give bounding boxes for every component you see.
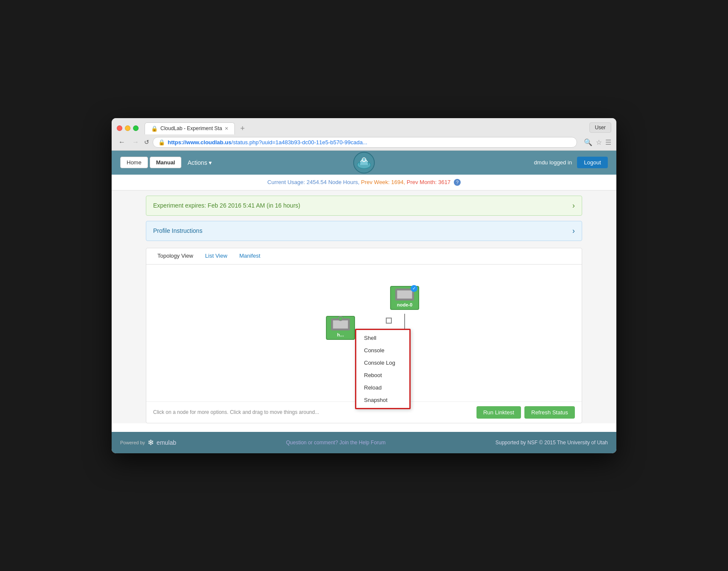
powered-by-text: Powered by bbox=[120, 440, 145, 445]
url-domain: https://www.cloudlab.us/status.php?uuid=… bbox=[168, 139, 367, 146]
new-tab-button[interactable]: + bbox=[237, 123, 249, 134]
emulab-text: emulab bbox=[157, 439, 176, 446]
url-bar[interactable]: 🔒 https://www.cloudlab.us/status.php?uui… bbox=[153, 137, 577, 148]
app-logo bbox=[353, 152, 375, 174]
actions-menu-button[interactable]: Actions ▾ bbox=[183, 157, 216, 168]
user-status: dmdu logged in bbox=[534, 159, 572, 166]
node-1-icon bbox=[331, 318, 350, 330]
nav-links: Home Manual Actions ▾ bbox=[120, 157, 216, 168]
main-content: Current Usage: 2454.54 Node Hours, Prev … bbox=[112, 175, 616, 423]
address-bar: ← → ↺ 🔒 https://www.cloudlab.us/status.p… bbox=[112, 134, 616, 151]
snowflake-icon: ❄ bbox=[148, 438, 154, 447]
node-0-label: node-0 bbox=[397, 302, 412, 307]
node-0-icon: ✓ bbox=[395, 288, 414, 300]
traffic-lights bbox=[117, 125, 139, 131]
prev-month-text: Prev Month: 3617 bbox=[407, 179, 451, 185]
context-menu-reboot[interactable]: Reboot bbox=[356, 369, 409, 381]
title-bar: 🔒 CloudLab - Experiment Sta ✕ + User bbox=[112, 118, 616, 134]
profile-instructions-text: Profile Instructions bbox=[153, 227, 202, 234]
tab-bar: 🔒 CloudLab - Experiment Sta ✕ + bbox=[145, 122, 586, 134]
node-1-label: h... bbox=[337, 332, 344, 337]
tab-title: CloudLab - Experiment Sta bbox=[160, 125, 222, 131]
tab-list-view[interactable]: List View bbox=[199, 248, 234, 264]
info-icon[interactable]: ? bbox=[454, 179, 461, 186]
page-footer: Powered by ❄ emulab Question or comment?… bbox=[112, 432, 616, 453]
context-menu-shell[interactable]: Shell bbox=[356, 332, 409, 344]
node-1-circle-icon bbox=[338, 316, 343, 321]
close-button[interactable] bbox=[117, 125, 122, 131]
menu-icon[interactable]: ☰ bbox=[605, 138, 611, 146]
tab-manifest[interactable]: Manifest bbox=[233, 248, 266, 264]
node-1[interactable]: h... bbox=[326, 316, 355, 340]
maximize-button[interactable] bbox=[133, 125, 139, 131]
bookmark-icon[interactable]: ☆ bbox=[596, 138, 602, 146]
node-0-screen bbox=[397, 290, 412, 299]
minimize-button[interactable] bbox=[125, 125, 130, 131]
context-menu-snapshot[interactable]: Snapshot bbox=[356, 394, 409, 406]
user-button[interactable]: User bbox=[589, 122, 611, 133]
expiry-text: Experiment expires: Feb 26 2016 5:41 AM … bbox=[153, 202, 300, 209]
reload-button[interactable]: ↺ bbox=[144, 139, 149, 146]
url-icons: 🔍 ☆ ☰ bbox=[584, 138, 611, 146]
prev-week-text: Prev Week: 1694, bbox=[361, 179, 405, 185]
node-container: ✓ node-0 bbox=[155, 273, 573, 393]
manual-button[interactable]: Manual bbox=[150, 157, 182, 168]
logout-button[interactable]: Logout bbox=[577, 157, 608, 168]
topology-tabs: Topology View List View Manifest bbox=[146, 248, 582, 265]
usage-bar: Current Usage: 2454.54 Node Hours, Prev … bbox=[112, 175, 616, 190]
expiry-banner[interactable]: Experiment expires: Feb 26 2016 5:41 AM … bbox=[146, 196, 582, 216]
context-menu: Shell Console Console Log Reboot Reload … bbox=[355, 329, 411, 409]
nav-right: dmdu logged in Logout bbox=[534, 157, 608, 168]
node-1-screen bbox=[333, 320, 348, 329]
topology-body: ✓ node-0 bbox=[146, 265, 582, 401]
help-forum-link[interactable]: Question or comment? Join the Help Forum bbox=[286, 440, 386, 446]
footer-buttons: Run Linktest Refresh Status bbox=[476, 406, 575, 419]
profile-banner[interactable]: Profile Instructions › bbox=[146, 221, 582, 241]
copyright-text: Supported by NSF © 2015 The University o… bbox=[495, 440, 608, 446]
context-menu-console[interactable]: Console bbox=[356, 344, 409, 357]
connector-square bbox=[386, 318, 392, 324]
tab-close-icon[interactable]: ✕ bbox=[225, 126, 228, 131]
actions-caret-icon: ▾ bbox=[209, 159, 212, 166]
node-0[interactable]: ✓ node-0 bbox=[390, 286, 419, 310]
app-nav: Home Manual Actions ▾ dmdu logged in Log… bbox=[112, 151, 616, 175]
tab-lock-icon: 🔒 bbox=[151, 125, 158, 132]
secure-icon: 🔒 bbox=[158, 139, 165, 146]
emulab-logo: Powered by ❄ emulab bbox=[120, 438, 176, 447]
home-button[interactable]: Home bbox=[120, 157, 148, 168]
back-button[interactable]: ← bbox=[117, 137, 127, 147]
browser-window: 🔒 CloudLab - Experiment Sta ✕ + User ← →… bbox=[112, 118, 616, 453]
usage-text: Current Usage: 2454.54 Node Hours, bbox=[267, 179, 359, 185]
refresh-status-button[interactable]: Refresh Status bbox=[524, 406, 575, 419]
topology-card: Topology View List View Manifest ✓ node-… bbox=[146, 248, 582, 423]
topology-hint: Click on a node for more options. Click … bbox=[153, 409, 319, 415]
node-0-check-icon: ✓ bbox=[411, 285, 417, 292]
run-linktest-button[interactable]: Run Linktest bbox=[476, 406, 521, 419]
context-menu-console-log[interactable]: Console Log bbox=[356, 357, 409, 369]
profile-arrow-icon: › bbox=[572, 226, 575, 235]
active-tab[interactable]: 🔒 CloudLab - Experiment Sta ✕ bbox=[145, 122, 235, 134]
forward-button[interactable]: → bbox=[130, 137, 141, 147]
expiry-arrow-icon: › bbox=[572, 201, 575, 210]
search-icon[interactable]: 🔍 bbox=[584, 138, 592, 146]
actions-label: Actions bbox=[187, 159, 207, 166]
tab-topology-view[interactable]: Topology View bbox=[151, 248, 199, 264]
context-menu-reload[interactable]: Reload bbox=[356, 381, 409, 394]
